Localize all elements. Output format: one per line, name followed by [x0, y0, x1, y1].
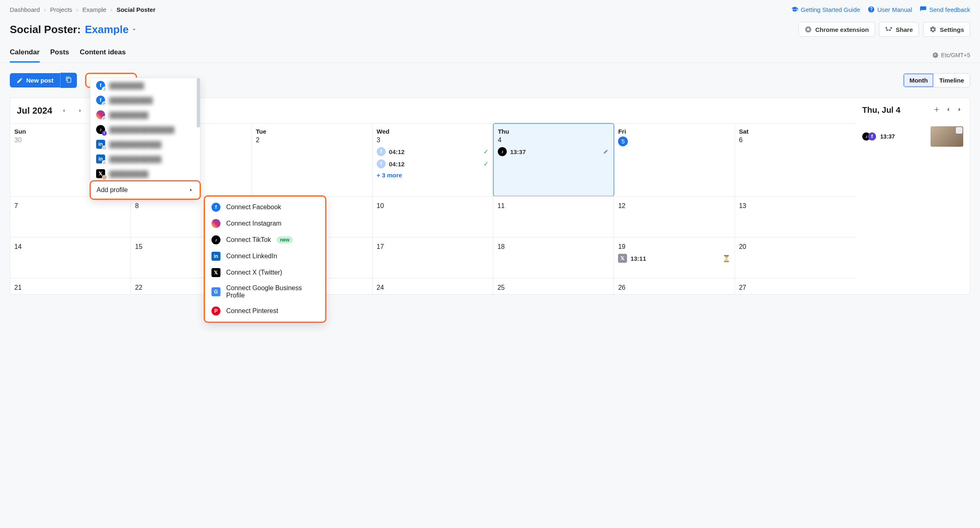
x-twitter-icon: 𝕏 — [211, 268, 220, 277]
calendar-date-today[interactable]: 5 — [618, 136, 628, 146]
add-profile-submenu: f Connect Facebook Connect Instagram ♪ C… — [204, 195, 326, 304]
calendar-prev-button[interactable] — [59, 106, 69, 116]
profile-menu-item[interactable]: fP ██████████ — [90, 93, 200, 107]
calendar-date[interactable]: 18 — [497, 243, 505, 251]
breadcrumb-current: Social Poster — [117, 6, 155, 13]
calendar-date[interactable]: 30 — [14, 136, 22, 144]
profile-icon: f — [868, 132, 876, 141]
breadcrumb-example[interactable]: Example — [83, 6, 106, 13]
connect-pinterest-item[interactable]: P Connect Pinterest — [205, 303, 325, 304]
view-toggle: Month Timeline — [903, 73, 970, 87]
calendar-date[interactable]: 19 — [618, 243, 625, 251]
breadcrumb: Dashboard › Projects › Example › Social … — [10, 6, 155, 13]
pencil-icon — [603, 148, 609, 154]
x-twitter-icon: 𝕏 — [618, 254, 627, 263]
breadcrumb-projects[interactable]: Projects — [50, 6, 72, 13]
calendar-date[interactable]: 8 — [135, 202, 139, 210]
calendar-date[interactable]: 26 — [618, 284, 625, 291]
check-icon: ✓ — [483, 160, 489, 168]
calendar-date[interactable]: 14 — [14, 243, 22, 251]
weekday-tue: Tue — [256, 128, 368, 135]
day-detail-panel: Thu, Jul 4 ♪ f 13:37 — [856, 98, 970, 295]
calendar-date[interactable]: 6 — [739, 136, 743, 144]
calendar-next-button[interactable] — [75, 106, 85, 116]
calendar-more-link[interactable]: + 3 more — [377, 172, 402, 179]
share-icon — [885, 26, 892, 33]
chevron-left-icon — [944, 106, 952, 113]
tab-calendar[interactable]: Calendar — [10, 48, 40, 63]
tab-posts[interactable]: Posts — [50, 48, 69, 63]
calendar-post-item[interactable]: 𝕏 13:11 ⏳ — [618, 254, 730, 263]
calendar-date[interactable]: 11 — [497, 202, 505, 210]
calendar-date[interactable]: 13 — [739, 202, 746, 210]
profile-menu-item[interactable]: F █████████ — [90, 107, 200, 122]
breadcrumb-sep: › — [44, 6, 46, 13]
user-manual-link[interactable]: User Manual — [868, 6, 912, 13]
connect-gbp-item[interactable]: G Connect Google Business Profile — [205, 281, 325, 303]
tab-content-ideas[interactable]: Content ideas — [80, 48, 126, 63]
calendar-date[interactable]: 20 — [739, 243, 746, 251]
post-thumbnail — [931, 126, 963, 147]
calendar-date[interactable]: 15 — [135, 243, 142, 251]
timezone-label: Etc/GMT+5 — [932, 52, 970, 63]
share-button[interactable]: Share — [879, 22, 919, 37]
calendar-post-item[interactable]: f 04:12 ✓ — [377, 147, 489, 156]
send-feedback-link[interactable]: Send feedback — [919, 6, 970, 13]
chrome-icon — [805, 26, 812, 33]
breadcrumb-sep: › — [76, 6, 79, 13]
profile-menu-item[interactable]: ♪f ███████████████ — [90, 122, 200, 137]
new-badge: new — [276, 236, 292, 244]
graduation-cap-icon — [791, 6, 798, 13]
calendar-date[interactable]: 10 — [377, 202, 384, 210]
profile-menu-item[interactable]: inA ████████████ — [90, 152, 200, 166]
calendar-date[interactable]: 24 — [377, 284, 384, 291]
pencil-icon — [16, 77, 23, 84]
day-detail-title: Thu, Jul 4 — [862, 105, 929, 115]
calendar-post-item[interactable]: ♪ 13:37 — [498, 147, 609, 156]
profiles-dropdown-menu: fJ ████████ fP ██████████ F █████████ ♪f… — [90, 78, 200, 199]
edit-post-button[interactable] — [603, 148, 609, 156]
connect-instagram-item[interactable]: Connect Instagram — [205, 215, 325, 232]
view-timeline-button[interactable]: Timeline — [933, 74, 970, 87]
calendar-date[interactable]: 7 — [14, 202, 18, 210]
profile-menu-item[interactable]: inO ████████████ — [90, 137, 200, 152]
add-post-button[interactable] — [933, 106, 940, 114]
page-title: Social Poster: — [10, 23, 81, 36]
linkedin-icon: in — [211, 252, 220, 261]
calendar-date[interactable]: 3 — [377, 136, 380, 144]
calendar-date[interactable]: 27 — [739, 284, 746, 291]
tiktok-icon: ♪ — [498, 147, 507, 156]
view-month-button[interactable]: Month — [904, 74, 933, 87]
breadcrumb-dashboard[interactable]: Dashboard — [10, 6, 40, 13]
chrome-extension-button[interactable]: Chrome extension — [798, 22, 875, 37]
calendar-date[interactable]: 25 — [497, 284, 505, 291]
profile-menu-item[interactable]: fJ ████████ — [90, 78, 200, 93]
duplicate-post-button[interactable] — [60, 73, 77, 88]
calendar-date[interactable]: 4 — [498, 136, 501, 144]
calendar-date[interactable]: 22 — [135, 284, 142, 291]
calendar-month-label: Jul 2024 — [17, 105, 52, 116]
add-profile-menu-item[interactable]: Add profile — [90, 180, 201, 200]
settings-button[interactable]: Settings — [923, 22, 970, 37]
svg-point-1 — [807, 28, 809, 31]
connect-facebook-item[interactable]: f Connect Facebook — [205, 199, 325, 215]
new-post-button[interactable]: New post — [10, 73, 60, 87]
day-prev-button[interactable] — [944, 106, 952, 114]
connect-linkedin-item[interactable]: in Connect LinkedIn — [205, 248, 325, 264]
getting-started-guide-link[interactable]: Getting Started Guide — [791, 6, 860, 13]
connect-twitter-item[interactable]: 𝕏 Connect X (Twitter) — [205, 264, 325, 281]
calendar-date[interactable]: 21 — [14, 284, 22, 291]
google-business-icon: G — [211, 287, 220, 296]
calendar-post-item[interactable]: f 04:12 ✓ — [377, 159, 489, 168]
calendar-date[interactable]: 17 — [377, 243, 384, 251]
connect-tiktok-item[interactable]: ♪ Connect TikTok new — [205, 232, 325, 248]
profile-menu-item[interactable]: 𝕏 █████████ — [90, 166, 200, 181]
project-dropdown[interactable]: Example — [85, 23, 137, 36]
calendar-date[interactable]: 2 — [256, 136, 260, 144]
weekday-fri: Fri — [618, 128, 730, 135]
day-next-button[interactable] — [956, 106, 963, 114]
day-post-item[interactable]: ♪ f 13:37 — [856, 122, 970, 151]
gear-icon — [929, 26, 937, 33]
calendar-date[interactable]: 12 — [618, 202, 625, 210]
feedback-icon — [919, 6, 927, 13]
